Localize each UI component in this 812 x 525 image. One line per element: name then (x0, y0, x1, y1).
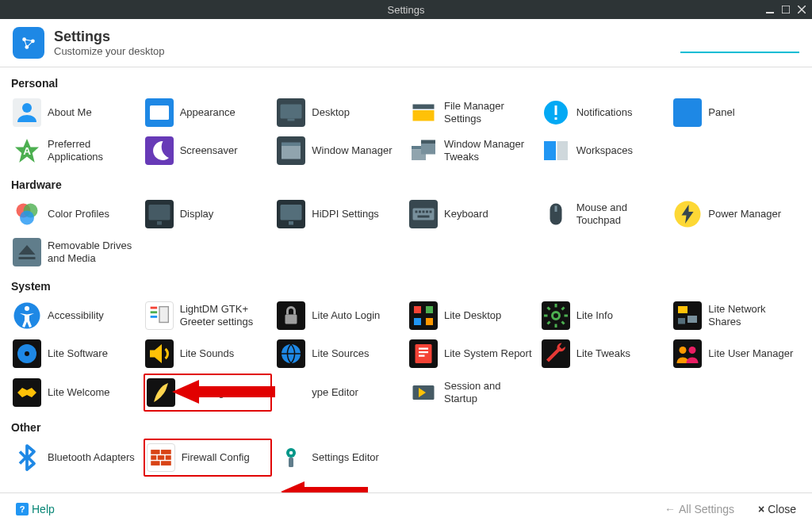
item-label: Accessibility (48, 309, 104, 322)
item-lite-network[interactable]: Lite Network Shares (672, 297, 801, 334)
page-title: Settings (54, 29, 680, 45)
item-screensaver[interactable]: Screensaver (144, 132, 273, 169)
svg-rect-63 (678, 306, 688, 313)
item-appearance[interactable]: Appearance (144, 94, 273, 131)
item-lite-report[interactable]: Lite System Report (408, 335, 537, 372)
item-about-me[interactable]: About Me (11, 94, 140, 131)
svg-rect-85 (161, 461, 171, 466)
item-color-profiles[interactable]: Color Profiles (11, 196, 140, 232)
item-label: Lite Sounds (180, 347, 235, 360)
item-lite-welcome[interactable]: Lite Welcome (11, 374, 140, 412)
item-lite-desktop[interactable]: Lite Desktop (408, 297, 537, 334)
item-label: Power Manager (708, 208, 781, 220)
svg-point-62 (552, 312, 559, 320)
item-lite-user[interactable]: Lite User Manager (672, 335, 801, 372)
maximize-button[interactable] (780, 4, 791, 15)
item-settings-editor[interactable]: Settings Editor (275, 439, 404, 477)
item-label: Lite Desktop (444, 309, 501, 322)
wm-tweaks-icon (409, 136, 438, 165)
help-icon: ? (16, 503, 29, 515)
grid-icon (409, 301, 438, 330)
settings-app-icon (13, 27, 44, 59)
svg-rect-13 (150, 105, 169, 120)
file-manager-icon (409, 98, 438, 127)
eject-icon (13, 238, 41, 266)
item-autologin[interactable]: Lite Auto Login (275, 297, 404, 334)
category-system-grid: Accessibility LightDM GTK+ Greeter setti… (11, 297, 801, 412)
minimize-button[interactable] (764, 4, 776, 15)
svg-rect-71 (419, 348, 428, 350)
item-label: Lite Sources (312, 347, 369, 360)
item-label: Lite Welcome (48, 386, 110, 399)
item-label: Preferred Applications (48, 138, 139, 163)
help-link[interactable]: ? Help (16, 503, 55, 515)
item-file-manager[interactable]: File Manager Settings (408, 94, 537, 131)
item-power[interactable]: Power Manager (672, 196, 801, 232)
item-lite-tweaks[interactable]: Lite Tweaks (540, 335, 669, 372)
desktop-icon (277, 98, 305, 127)
item-lite-sounds[interactable]: Lite Sounds (144, 335, 273, 372)
close-dialog-button[interactable]: × Close (758, 503, 796, 515)
item-keyboard[interactable]: Keyboard (408, 196, 537, 232)
item-preferred-apps[interactable]: A Preferred Applications (11, 132, 140, 169)
panel-icon (673, 98, 702, 127)
svg-rect-80 (161, 450, 171, 454)
item-display[interactable]: Display (144, 196, 273, 232)
close-label: Close (768, 503, 796, 515)
svg-rect-83 (165, 455, 170, 460)
item-lightdm[interactable]: LightDM GTK+ Greeter settings (144, 297, 273, 334)
svg-rect-46 (554, 206, 557, 213)
item-hidpi[interactable]: HiDPI Settings (275, 196, 404, 232)
search-input[interactable] (680, 36, 812, 48)
svg-line-9 (27, 41, 33, 48)
svg-text:A: A (23, 145, 31, 157)
display-icon (145, 200, 174, 228)
item-bluetooth[interactable]: Bluetooth Adapters (11, 439, 140, 477)
all-settings-button[interactable]: ← All Settings (665, 503, 734, 515)
item-wm-tweaks[interactable]: Window Manager Tweaks (408, 132, 537, 169)
bluetooth-icon (13, 443, 41, 472)
item-lite-info[interactable]: Lite Info (540, 297, 669, 334)
footer: ? Help ← All Settings × Close (0, 492, 812, 525)
item-label: Window Manager (312, 144, 392, 157)
svg-rect-53 (150, 307, 157, 309)
color-icon (13, 200, 41, 228)
item-lite-software[interactable]: Lite Software (11, 335, 140, 372)
firewall-icon (147, 443, 175, 472)
item-label: Settings Editor (312, 451, 379, 464)
item-mouse[interactable]: Mouse and Touchpad (540, 196, 669, 232)
item-desktop[interactable]: Desktop (275, 94, 404, 131)
item-lite-widget[interactable]: Lite Widget (144, 374, 273, 412)
svg-rect-58 (414, 306, 421, 313)
category-hardware-title: Hardware (11, 175, 801, 196)
item-accessibility[interactable]: Accessibility (11, 297, 140, 334)
item-session[interactable]: Session and Startup (408, 374, 537, 412)
page-subtitle: Customize your desktop (54, 45, 680, 57)
item-label: Lite System Report (444, 347, 532, 360)
item-notifications[interactable]: Notifications (540, 94, 669, 131)
item-window-manager[interactable]: Window Manager (275, 132, 404, 169)
content-area: Personal About Me Appearance Desktop Fil… (0, 67, 812, 492)
power-icon (673, 200, 702, 228)
svg-marker-49 (19, 245, 36, 255)
svg-rect-55 (150, 316, 157, 318)
svg-rect-73 (419, 355, 425, 357)
titlebar: Settings (0, 0, 812, 19)
svg-marker-89 (281, 481, 368, 492)
svg-rect-23 (282, 143, 301, 147)
category-personal-title: Personal (11, 74, 801, 94)
item-lite-sources[interactable]: Lite Sources (275, 335, 404, 372)
search-field[interactable] (680, 33, 799, 53)
item-panel[interactable]: Panel (672, 94, 801, 131)
item-removable[interactable]: Removable Drives and Media (11, 234, 140, 270)
svg-rect-54 (150, 311, 157, 313)
svg-marker-68 (150, 344, 162, 363)
item-label: HiDPI Settings (312, 208, 379, 220)
item-workspaces[interactable]: Workspaces (540, 132, 669, 169)
item-mime-editor[interactable]: ype Editor (275, 374, 404, 412)
item-label: Session and Startup (444, 380, 535, 404)
close-button[interactable] (796, 4, 807, 15)
session-icon (409, 378, 438, 407)
category-other-title: Other (11, 418, 801, 439)
item-firewall[interactable]: Firewall Config (144, 439, 273, 477)
